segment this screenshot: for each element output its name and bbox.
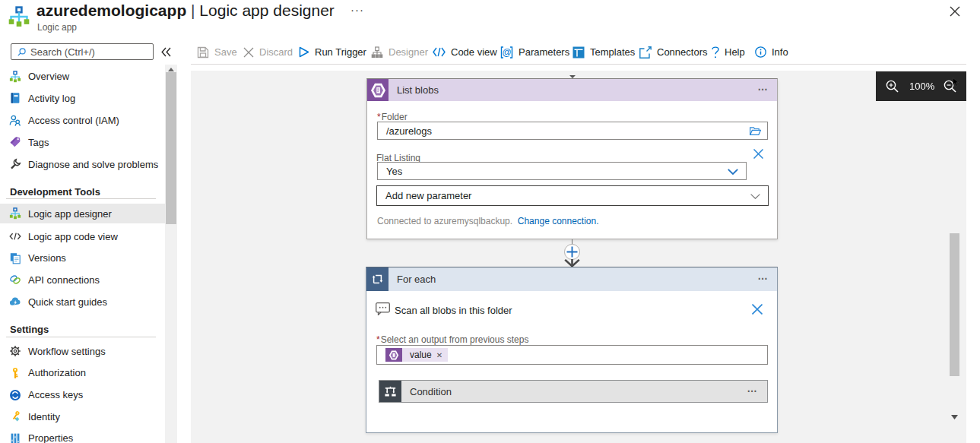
svg-text:@: @ bbox=[502, 47, 511, 58]
